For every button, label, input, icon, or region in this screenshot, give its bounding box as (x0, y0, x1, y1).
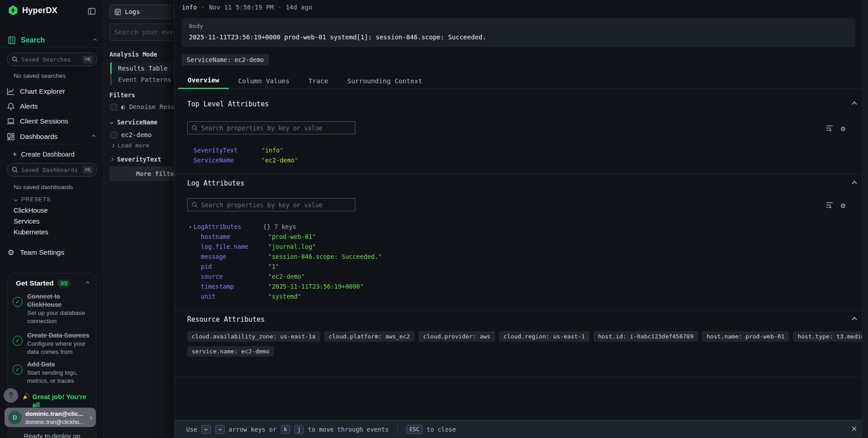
log-attributes-root-row[interactable]: ▾ LogAttributes {} 7 keys (189, 223, 296, 230)
more-filters-button[interactable]: More filte (109, 167, 174, 181)
deploy-banner[interactable]: Ready to deploy on (8, 429, 96, 438)
filter-value-label: ec2-demo (121, 131, 151, 138)
filter-value-ec2-demo[interactable]: ec2-demo (110, 131, 174, 138)
service-name-chip[interactable]: ServiceName: ec2-demo (182, 54, 269, 66)
search-placeholder: Search properties by key or value (201, 124, 322, 132)
event-timestamp: Nov 11 5:56:19 PM (209, 4, 274, 11)
esc-key: ESC (406, 425, 423, 434)
attribute-row[interactable]: hostname "prod-web-01" (201, 233, 316, 240)
chevron-right-icon (111, 143, 114, 147)
get-started-step[interactable]: ✓ Add Data Start sending logs, metrics, … (13, 360, 92, 385)
collapse-section-icon[interactable] (852, 101, 857, 106)
sidebar-item-team-settings[interactable]: ⚙ Team Settings (7, 246, 97, 259)
help-button[interactable]: ? (4, 388, 18, 403)
user-email: dominic.tran@clickho... (25, 419, 84, 425)
denoise-filter[interactable]: ◐ Denoise Resul (110, 103, 174, 110)
tab-overview[interactable]: Overview (178, 72, 229, 89)
get-started-step[interactable]: ✓ Create Data Sources Configure where yo… (13, 331, 92, 356)
resource-chip[interactable]: service.name: ec2-demo (187, 346, 274, 357)
mode-results-table[interactable]: Results Table (110, 62, 174, 74)
denoise-label: Denoise Resul (129, 103, 174, 110)
resource-chip[interactable]: host.id: i-0abc123def456789 (594, 331, 698, 342)
tab-surrounding-context[interactable]: Surrounding Context (338, 72, 432, 89)
saved-searches-input[interactable]: Saved Searches ⌘K (7, 52, 97, 66)
shortcut-badge: ⌘K (83, 166, 93, 174)
resource-chips-row: service.name: ec2-demo (187, 346, 274, 357)
wrap-text-icon[interactable] (826, 201, 834, 211)
event-search-input[interactable] (109, 24, 174, 41)
resource-chip[interactable]: cloud.provider: aws (419, 331, 495, 342)
sidebar-item-dashboards[interactable]: Dashboards (7, 130, 97, 143)
dashboard-grid-icon (7, 133, 15, 141)
collapse-sidebar-icon[interactable] (88, 7, 96, 17)
tab-column-values[interactable]: Column Values (229, 72, 299, 89)
collapse-section-icon[interactable] (852, 181, 857, 186)
tab-trace[interactable]: Trace (299, 72, 338, 89)
attribute-row[interactable]: log.file.name "journal.log" (201, 243, 316, 250)
logo: HyperDX (8, 5, 57, 15)
step-title: Connect to ClickHouse (27, 293, 61, 308)
attribute-row[interactable]: pid "1" (201, 263, 279, 270)
top-level-search-input[interactable]: Search properties by key or value (187, 121, 355, 134)
close-icon[interactable]: × (851, 424, 857, 433)
sidebar-item-chart-explorer[interactable]: Chart Explorer (7, 85, 97, 98)
step-title: Create Data Sources (27, 332, 89, 339)
preset-services[interactable]: Services (14, 217, 40, 225)
avatar: D (8, 411, 22, 424)
get-started-step[interactable]: ✓ Connect to ClickHouse Set up your data… (13, 292, 92, 325)
chevron-up-icon[interactable] (86, 281, 90, 285)
scrollbar[interactable] (862, 0, 868, 438)
resource-chip[interactable]: host.name: prod-web-01 (702, 331, 789, 342)
checkbox[interactable] (110, 104, 117, 110)
attribute-row[interactable]: source "ec2-demo" (201, 273, 305, 280)
create-dashboard-button[interactable]: + Create Dashboard (13, 150, 75, 158)
user-menu[interactable]: D dominic.tran@clic... dominic.tran@clic… (5, 408, 96, 427)
gear-icon[interactable]: ⚙ (841, 124, 845, 134)
source-selector[interactable]: Logs (109, 5, 174, 19)
filter-group-servicename[interactable]: ServiceName (110, 119, 157, 126)
get-started-header[interactable]: Get Started 3/3 (16, 279, 89, 287)
gear-icon[interactable]: ⚙ (841, 201, 845, 211)
resource-chip[interactable]: cloud.region: us-east-1 (499, 331, 590, 342)
laptop-icon (7, 117, 15, 125)
attribute-row[interactable]: SeverityText "info" (193, 147, 283, 154)
attribute-row[interactable]: ServiceName "ec2-demo" (193, 157, 298, 164)
collapse-section-icon[interactable] (852, 317, 857, 322)
wrap-text-icon[interactable] (826, 124, 834, 134)
chevron-up-icon[interactable] (92, 135, 95, 138)
severity-text: info (182, 4, 197, 11)
event-body-box: Body 2025-11-11T23:56:19+0000 prod-web-0… (182, 18, 855, 47)
expander-triangle-icon[interactable]: ▾ (189, 224, 192, 229)
log-attributes-title: Log Attributes (187, 179, 244, 187)
load-more-button[interactable]: Load more (111, 142, 149, 149)
saved-dashboards-input[interactable]: Saved Dashboards ⌘K (7, 163, 97, 176)
filter-group-severitytext[interactable]: SeverityText (110, 156, 161, 163)
party-popper-icon (23, 393, 30, 400)
no-saved-searches-text: No saved searches (14, 72, 66, 79)
mode-event-patterns[interactable]: Event Patterns (110, 74, 174, 85)
sidebar-item-search[interactable]: Search (8, 36, 96, 44)
sidebar-item-alerts[interactable]: Alerts (7, 100, 97, 113)
presets-toggle[interactable]: PRESETS (14, 196, 51, 203)
attribute-row[interactable]: message "session-846.scope: Succeeded." (201, 253, 382, 260)
chevron-down-icon (110, 120, 113, 124)
preset-clickhouse[interactable]: ClickHouse (14, 206, 48, 214)
checkbox[interactable] (110, 132, 117, 138)
resource-chip[interactable]: cloud.platform: aws_ec2 (324, 331, 415, 342)
log-attributes-search-input[interactable]: Search properties by key or value (187, 198, 355, 211)
resource-chip[interactable]: cloud.availability_zone: us-east-1a (187, 331, 320, 342)
nav-label: Client Sessions (20, 117, 68, 125)
sidebar-item-client-sessions[interactable]: Client Sessions (7, 115, 97, 128)
plus-icon: + (13, 150, 17, 158)
section-tools: ⚙ (826, 201, 845, 211)
create-dashboard-label: Create Dashboard (21, 151, 75, 158)
resource-chip[interactable]: host.type: t3.medium (793, 331, 868, 342)
user-name: dominic.tran@clic... (25, 410, 83, 417)
arrow-left-key: ← (201, 425, 211, 434)
attribute-row[interactable]: unit "systemd" (201, 293, 301, 300)
chevron-right-icon (110, 157, 113, 161)
chevron-up-icon[interactable] (93, 38, 97, 42)
event-detail-drawer: info · Nov 11 5:56:19 PM · 14d ago Body … (174, 0, 868, 438)
preset-kubernetes[interactable]: Kubernetes (14, 228, 48, 236)
attribute-row[interactable]: timestamp "2025-11-11T23:56:19+0000" (201, 283, 363, 290)
